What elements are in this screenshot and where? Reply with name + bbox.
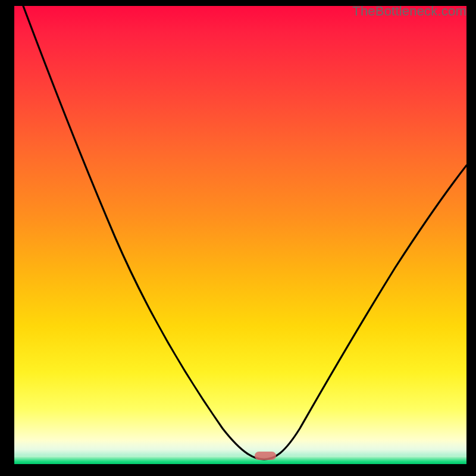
curve-svg xyxy=(14,6,466,464)
bottleneck-curve-path xyxy=(23,6,466,459)
watermark-text: TheBottleneck.com xyxy=(352,4,466,19)
chart-frame: TheBottleneck.com xyxy=(0,0,476,476)
min-marker xyxy=(255,452,276,460)
plot-area xyxy=(14,6,466,464)
